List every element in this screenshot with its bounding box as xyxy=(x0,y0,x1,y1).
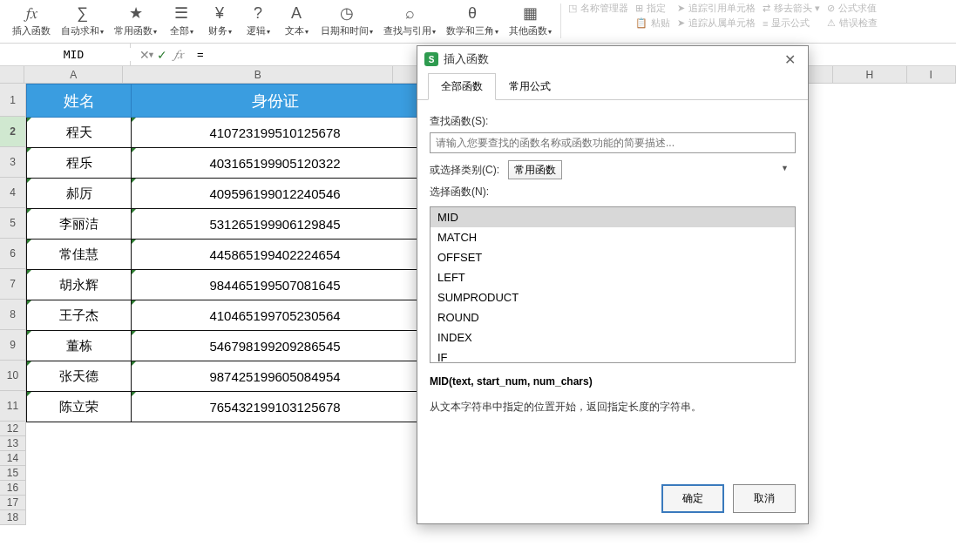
table-cell[interactable]: 王子杰 xyxy=(27,300,132,331)
table-cell[interactable]: 程乐 xyxy=(27,148,132,179)
function-item-OFFSET[interactable]: OFFSET xyxy=(431,247,795,267)
ribbon-错误检查[interactable]: ⚠错误检查 xyxy=(827,17,878,30)
ribbon-逻辑[interactable]: ?逻辑▾ xyxy=(239,2,277,39)
row-header-6[interactable]: 6 xyxy=(0,239,25,269)
row-header-2[interactable]: 2 xyxy=(0,117,25,147)
row-header-10[interactable]: 10 xyxy=(0,361,25,391)
row-header-18[interactable]: 18 xyxy=(0,510,25,525)
dialog-footer: 确定 取消 xyxy=(417,474,808,523)
table-cell[interactable]: 陈立荣 xyxy=(27,392,132,422)
col-header-A[interactable]: A xyxy=(24,66,123,83)
dialog-tab-0[interactable]: 全部函数 xyxy=(428,73,496,100)
data-table: 姓名身份证程天410723199510125678程乐4031651999051… xyxy=(26,84,419,422)
close-icon[interactable]: ✕ xyxy=(779,50,801,70)
ribbon-icon: ? xyxy=(254,3,262,23)
table-header[interactable]: 身份证 xyxy=(132,84,419,118)
ribbon-公式求值[interactable]: ⊘公式求值 xyxy=(827,2,878,15)
ribbon-全部[interactable]: ☰全部▾ xyxy=(162,2,200,39)
table-cell[interactable]: 李丽洁 xyxy=(27,209,132,240)
function-item-SUMPRODUCT[interactable]: SUMPRODUCT xyxy=(431,287,795,307)
table-cell[interactable]: 546798199209286545 xyxy=(132,331,419,361)
ok-button[interactable]: 确定 xyxy=(661,484,724,513)
select-all-corner[interactable] xyxy=(0,66,24,83)
function-item-MATCH[interactable]: MATCH xyxy=(431,227,795,247)
function-item-LEFT[interactable]: LEFT xyxy=(431,267,795,287)
ribbon-指定[interactable]: ⊞指定 xyxy=(635,2,670,15)
cancel-formula-icon[interactable]: ✕ xyxy=(139,48,150,62)
ribbon-文本[interactable]: A文本▾ xyxy=(277,2,315,39)
row-header-1[interactable]: 1 xyxy=(0,84,25,117)
dialog-tabs: 全部函数常用公式 xyxy=(417,72,808,100)
ribbon-label: 日期和时间▾ xyxy=(321,24,373,37)
function-item-MID[interactable]: MID xyxy=(431,207,795,227)
table-cell[interactable]: 郝厉 xyxy=(27,179,132,209)
search-label: 查找函数(S): xyxy=(430,114,796,129)
function-list[interactable]: MIDMATCHOFFSETLEFTSUMPRODUCTROUNDINDEXIF xyxy=(430,206,796,363)
ribbon-icon: A xyxy=(291,3,302,23)
cancel-button[interactable]: 取消 xyxy=(733,484,796,513)
table-cell[interactable]: 张天德 xyxy=(27,361,132,392)
ribbon-label: 财务▾ xyxy=(208,24,232,37)
ribbon-财务[interactable]: ¥财务▾ xyxy=(200,2,239,39)
dialog-titlebar[interactable]: S 插入函数 ✕ xyxy=(417,46,808,72)
row-header-13[interactable]: 13 xyxy=(0,436,25,451)
name-box-input[interactable] xyxy=(0,48,147,61)
table-cell[interactable]: 987425199605084954 xyxy=(132,361,419,392)
table-cell[interactable]: 531265199906129845 xyxy=(132,209,419,240)
row-header-3[interactable]: 3 xyxy=(0,147,25,178)
ribbon-显示公式[interactable]: ≡显示公式 xyxy=(763,17,820,30)
ribbon-自动求和[interactable]: ∑自动求和▾ xyxy=(56,2,109,39)
table-cell[interactable]: 410723199510125678 xyxy=(132,118,419,148)
accept-formula-icon[interactable]: ✓ xyxy=(157,48,167,62)
ribbon-日期和时间[interactable]: ◷日期和时间▾ xyxy=(315,2,378,39)
row-header-15[interactable]: 15 xyxy=(0,466,25,481)
table-cell[interactable]: 403165199905120322 xyxy=(132,148,419,179)
table-cell[interactable]: 445865199402224654 xyxy=(132,240,419,270)
col-header-H[interactable]: H xyxy=(833,66,907,83)
table-cell[interactable]: 409596199012240546 xyxy=(132,179,419,209)
table-cell[interactable]: 410465199705230564 xyxy=(132,300,419,331)
ribbon-数学和三角[interactable]: θ数学和三角▾ xyxy=(441,2,504,39)
insert-function-dialog: S 插入函数 ✕ 全部函数常用公式 查找函数(S): 或选择类别(C): 常用函… xyxy=(417,45,809,524)
table-cell[interactable]: 胡永辉 xyxy=(27,270,132,300)
cells-area[interactable]: 姓名身份证程天410723199510125678程乐4031651999051… xyxy=(26,84,419,422)
mini-label: 追踪从属单元格 xyxy=(688,17,756,30)
row-header-11[interactable]: 11 xyxy=(0,391,25,422)
row-header-5[interactable]: 5 xyxy=(0,208,25,239)
table-cell[interactable]: 程天 xyxy=(27,118,132,148)
ribbon-查找与引用[interactable]: ⌕查找与引用▾ xyxy=(378,2,441,39)
ribbon-追踪引用单元格[interactable]: ➤追踪引用单元格 xyxy=(677,2,756,15)
ribbon-名称管理器[interactable]: ◳名称管理器 xyxy=(568,2,628,15)
table-cell[interactable]: 董栋 xyxy=(27,331,132,361)
mini-label: 名称管理器 xyxy=(580,2,628,15)
table-cell[interactable]: 984465199507081645 xyxy=(132,270,419,300)
row-header-8[interactable]: 8 xyxy=(0,300,25,330)
fx-icon[interactable]: 𝑓𝑥 xyxy=(174,47,183,62)
ribbon-插入函数[interactable]: 𝑓𝑥插入函数 xyxy=(7,2,56,39)
search-function-input[interactable] xyxy=(430,132,796,153)
row-header-9[interactable]: 9 xyxy=(0,330,25,361)
ribbon-label: 文本▾ xyxy=(285,24,308,37)
function-item-INDEX[interactable]: INDEX xyxy=(431,327,795,347)
row-header-12[interactable]: 12 xyxy=(0,422,25,436)
ribbon-常用函数[interactable]: ★常用函数▾ xyxy=(109,2,162,39)
row-header-17[interactable]: 17 xyxy=(0,496,25,510)
row-header-16[interactable]: 16 xyxy=(0,481,25,496)
dialog-tab-1[interactable]: 常用公式 xyxy=(496,73,564,100)
category-select[interactable]: 常用函数 xyxy=(508,160,562,179)
ribbon-粘贴[interactable]: 📋粘贴 xyxy=(635,17,670,30)
table-cell[interactable]: 常佳慧 xyxy=(27,240,132,270)
function-item-IF[interactable]: IF xyxy=(431,347,795,363)
table-cell[interactable]: 765432199103125678 xyxy=(132,392,419,422)
row-header-7[interactable]: 7 xyxy=(0,269,25,300)
ribbon-移去箭头[interactable]: ⇄移去箭头 ▾ xyxy=(763,2,820,15)
row-header-4[interactable]: 4 xyxy=(0,178,25,208)
mini-label: 粘贴 xyxy=(651,17,670,30)
table-header[interactable]: 姓名 xyxy=(27,84,132,118)
function-item-ROUND[interactable]: ROUND xyxy=(431,307,795,327)
ribbon-追踪从属单元格[interactable]: ➤追踪从属单元格 xyxy=(677,17,756,30)
ribbon-其他函数[interactable]: ▦其他函数▾ xyxy=(504,2,557,39)
row-header-14[interactable]: 14 xyxy=(0,451,25,466)
col-header-B[interactable]: B xyxy=(123,66,393,83)
col-header-I[interactable]: I xyxy=(907,66,956,83)
